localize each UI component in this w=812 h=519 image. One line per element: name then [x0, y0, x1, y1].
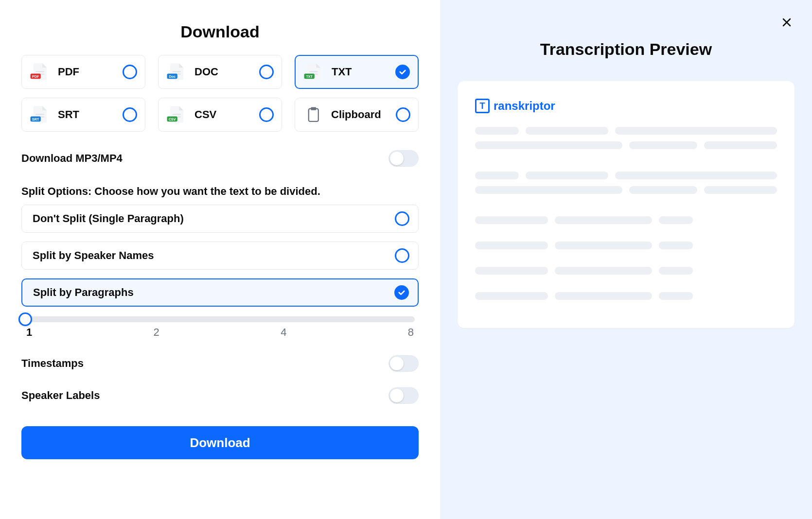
download-panel: Download PDF PDF Doc DOC TXT [0, 0, 440, 519]
format-clipboard[interactable]: Clipboard [295, 98, 419, 132]
svg-text:Doc: Doc [169, 75, 175, 78]
split-heading: Split Options: Choose how you want the t… [21, 185, 419, 198]
svg-rect-10 [309, 71, 318, 72]
format-label: DOC [194, 66, 259, 78]
format-txt[interactable]: TXT TXT [295, 55, 419, 89]
split-option-0[interactable]: Don't Split (Single Paragraph) [21, 205, 419, 233]
preview-panel: Transcription Preview T ranskriptor [440, 0, 812, 519]
csv-file-icon: CSV [163, 101, 190, 128]
srt-file-icon: SRT [27, 101, 53, 128]
format-radio [259, 65, 274, 79]
format-label: Clipboard [331, 108, 396, 121]
slider-ticks: 1248 [25, 326, 415, 339]
svg-rect-15 [35, 114, 44, 115]
svg-rect-5 [172, 71, 181, 72]
download-dialog: Download PDF PDF Doc DOC TXT [0, 0, 812, 519]
svg-rect-20 [172, 114, 181, 115]
doc-file-icon: Doc [163, 58, 190, 86]
mp3mp4-label: Download MP3/MP4 [21, 152, 123, 165]
slider-tick: 2 [154, 326, 159, 339]
timestamps-toggle[interactable] [388, 355, 419, 372]
format-radio [123, 107, 137, 122]
slider-tick: 8 [408, 326, 414, 339]
split-option-label: Split by Speaker Names [33, 249, 154, 262]
split-radio [394, 285, 409, 300]
split-radio [395, 248, 409, 263]
format-csv[interactable]: CSV CSV [158, 98, 282, 132]
format-pdf[interactable]: PDF PDF [21, 55, 145, 89]
svg-rect-25 [309, 109, 318, 121]
mp3mp4-row: Download MP3/MP4 [21, 150, 419, 167]
svg-text:SRT: SRT [32, 118, 39, 121]
clipboard-file-icon [300, 101, 326, 128]
format-label: CSV [194, 108, 259, 121]
skeleton-block [475, 216, 777, 224]
format-radio [123, 65, 137, 79]
download-title: Download [21, 22, 419, 41]
svg-rect-0 [35, 71, 44, 72]
slider-tick: 4 [281, 326, 286, 339]
split-option-label: Split by Paragraphs [33, 286, 134, 299]
preview-card: T ranskriptor [458, 81, 794, 328]
format-doc[interactable]: Doc DOC [158, 55, 282, 89]
brand-logo: T ranskriptor [475, 99, 777, 113]
format-label: SRT [58, 108, 123, 121]
download-button[interactable]: Download [21, 426, 419, 459]
skeleton-block [475, 242, 777, 249]
format-radio [395, 65, 410, 79]
close-icon[interactable] [778, 14, 795, 31]
timestamps-label: Timestamps [21, 357, 84, 370]
split-option-1[interactable]: Split by Speaker Names [21, 242, 419, 270]
svg-text:CSV: CSV [169, 118, 176, 121]
txt-file-icon: TXT [300, 58, 327, 86]
split-options: Don't Split (Single Paragraph) Split by … [21, 205, 419, 307]
slider-tick: 1 [26, 326, 32, 339]
svg-rect-26 [311, 107, 316, 110]
speaker-labels-label: Speaker Labels [21, 389, 100, 402]
speaker-labels-row: Speaker Labels [21, 387, 419, 404]
brand-text: ranskriptor [494, 99, 555, 113]
format-label: PDF [58, 66, 123, 78]
split-radio [395, 211, 409, 226]
skeleton-block [475, 172, 777, 194]
skeleton-block [475, 127, 777, 149]
paragraph-slider[interactable]: 1248 [25, 316, 415, 339]
pdf-file-icon: PDF [27, 58, 53, 86]
format-srt[interactable]: SRT SRT [21, 98, 145, 132]
skeleton-block [475, 267, 777, 275]
format-radio [396, 107, 410, 122]
slider-thumb[interactable] [18, 312, 32, 326]
speaker-labels-toggle[interactable] [388, 387, 419, 404]
slider-track [25, 316, 415, 322]
svg-text:TXT: TXT [306, 75, 313, 78]
skeleton-block [475, 292, 777, 300]
svg-text:PDF: PDF [32, 75, 39, 78]
split-option-label: Don't Split (Single Paragraph) [33, 212, 184, 225]
timestamps-row: Timestamps [21, 355, 419, 372]
brand-icon: T [475, 99, 490, 113]
format-radio [259, 107, 274, 122]
format-grid: PDF PDF Doc DOC TXT TXT [21, 55, 419, 132]
preview-title: Transcription Preview [458, 40, 794, 59]
mp3mp4-toggle[interactable] [388, 150, 419, 167]
split-option-2[interactable]: Split by Paragraphs [21, 278, 419, 307]
format-label: TXT [332, 66, 395, 78]
